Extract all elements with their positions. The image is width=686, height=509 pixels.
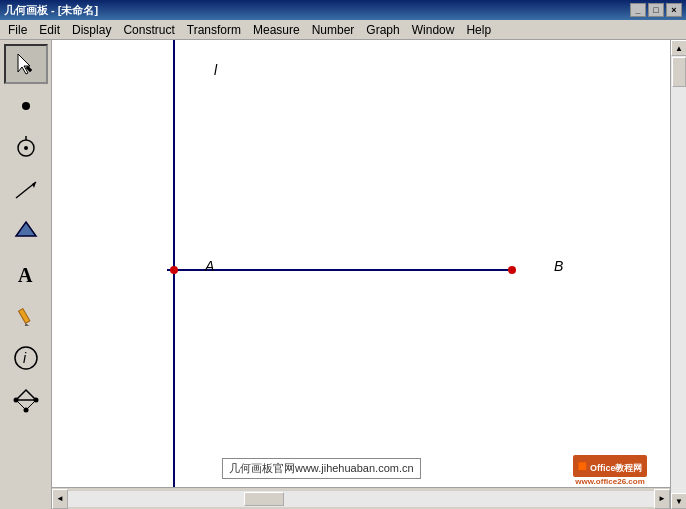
canvas-wrapper[interactable]: l A B 几何画板官网www.jihehuaban.com.cn ■ Offi… [52,40,670,509]
office-logo: ■ Office教程网 www.office26.com [570,455,650,483]
toolbar: A i [0,40,52,509]
main-area: A i [0,40,686,509]
svg-rect-10 [18,309,29,324]
point-b [508,266,516,274]
info-tool[interactable]: i [4,338,48,378]
svg-text:A: A [18,264,33,286]
title-text: 几何画板 - [未命名] [4,3,98,18]
geometry-canvas [52,40,670,509]
compass-tool[interactable] [4,128,48,168]
svg-point-4 [24,146,28,150]
label-a: A [205,258,214,274]
point-a [170,266,178,274]
menu-window[interactable]: Window [406,21,461,39]
menu-help[interactable]: Help [460,21,497,39]
vertical-scrollbar: ▲ ▼ [670,40,686,509]
line-icon [12,176,40,204]
label-l: l [214,62,217,78]
maximize-button[interactable]: □ [648,3,664,17]
title-bar: 几何画板 - [未命名] _ □ × [0,0,686,20]
svg-marker-0 [18,54,30,74]
horizontal-scrollbar: ◄ ► [52,487,670,509]
h-scroll-thumb[interactable] [244,492,284,506]
point-tool[interactable] [4,86,48,126]
menu-construct[interactable]: Construct [117,21,180,39]
line-tool[interactable] [4,170,48,210]
menu-edit[interactable]: Edit [33,21,66,39]
polygon-icon [12,218,40,246]
v-scroll-thumb[interactable] [672,57,686,87]
point-icon [12,92,40,120]
menu-number[interactable]: Number [306,21,361,39]
custom-icon [12,386,40,414]
polygon-tool[interactable] [4,212,48,252]
select-tool[interactable] [4,44,48,84]
menu-graph[interactable]: Graph [360,21,405,39]
svg-marker-14 [16,390,36,400]
office-brand: ■ Office教程网 [573,455,648,477]
text-tool[interactable]: A [4,254,48,294]
scroll-right-button[interactable]: ► [654,489,670,509]
close-button[interactable]: × [666,3,682,17]
custom-tool[interactable] [4,380,48,420]
marker-tool[interactable] [4,296,48,336]
v-scroll-track[interactable] [671,56,686,493]
menu-file[interactable]: File [2,21,33,39]
text-icon: A [12,260,40,288]
canvas-area: l A B 几何画板官网www.jihehuaban.com.cn ■ Offi… [52,40,670,509]
svg-text:i: i [23,350,27,366]
select-icon [12,50,40,78]
office-url: www.office26.com [575,477,645,486]
scroll-down-button[interactable]: ▼ [671,493,686,509]
title-bar-buttons: _ □ × [630,3,682,17]
menu-transform[interactable]: Transform [181,21,247,39]
svg-marker-8 [16,222,36,236]
scroll-left-button[interactable]: ◄ [52,489,68,509]
scroll-up-button[interactable]: ▲ [671,40,686,56]
label-b: B [554,258,563,274]
menu-bar: File Edit Display Construct Transform Me… [0,20,686,40]
marker-icon [12,302,40,330]
menu-display[interactable]: Display [66,21,117,39]
svg-line-18 [16,400,26,410]
svg-line-19 [26,400,36,410]
minimize-button[interactable]: _ [630,3,646,17]
menu-measure[interactable]: Measure [247,21,306,39]
info-icon: i [12,344,40,372]
watermark: 几何画板官网www.jihehuaban.com.cn [222,458,421,479]
h-scroll-track[interactable] [68,491,654,507]
svg-point-2 [22,102,30,110]
compass-icon [12,134,40,162]
